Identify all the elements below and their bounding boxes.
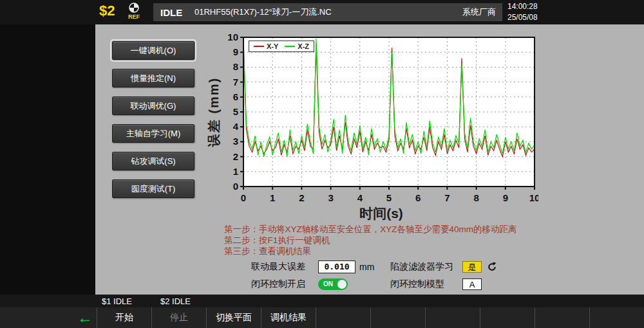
softkey-empty [370, 307, 425, 328]
chart-y-axis-label: 误差 (mm) [205, 77, 223, 147]
screen: $2 REF IDLE 01RHF55(R1X7)-12°球刀-一刀流.NC 系… [0, 0, 644, 328]
clock: 14:00:28 25/05/08 [507, 1, 538, 23]
svg-text:6: 6 [415, 192, 421, 203]
svg-text:7: 7 [444, 192, 450, 203]
softkey-4[interactable]: 调机结果 [261, 307, 316, 328]
svg-text:9: 9 [503, 192, 508, 203]
softkey-1[interactable]: 开始 [97, 307, 151, 328]
reference-indicator: REF [126, 2, 142, 20]
form-row-2: 闭环控制开启 ON 闭环控制模型 A [251, 277, 482, 291]
svg-text:10: 10 [227, 33, 238, 42]
legend-line-sample [254, 46, 264, 47]
notch-filter-select[interactable]: 是 [462, 261, 482, 273]
sidebar-item[interactable]: 圆度测试(T) [112, 179, 194, 198]
max-error-unit: mm [359, 262, 374, 272]
svg-text:8: 8 [473, 192, 478, 203]
softkey-bar: ← 开始停止切换平面调机结果 [0, 307, 644, 328]
reference-point-icon [126, 2, 142, 14]
closed-loop-switch-label: 闭环控制开启 [251, 278, 318, 290]
top-bar: $2 REF IDLE 01RHF55(R1X7)-12°球刀-一刀流.NC 系… [0, 0, 644, 24]
chart-legend: X-YX-Z [249, 41, 314, 52]
max-error-label: 联动最大误差 [251, 261, 318, 273]
svg-text:7: 7 [233, 77, 238, 87]
channel-status: $1 IDLE [102, 296, 132, 306]
legend-line-sample [285, 46, 295, 47]
softkey-3[interactable]: 切换平面 [206, 307, 261, 328]
loop-model-label: 闭环控制模型 [390, 278, 462, 290]
svg-text:10: 10 [529, 192, 538, 203]
svg-text:6: 6 [233, 91, 238, 102]
chart-svg: 012345678910012345678910 [224, 33, 538, 206]
sidebar-item[interactable]: 主轴自学习(M) [112, 124, 194, 143]
sidebar-item[interactable]: 钻攻调试(S) [112, 152, 194, 170]
softkey-empty [425, 307, 480, 328]
legend-item: X-Z [285, 42, 309, 50]
step-line: 第一步：手动将XYZ轴移动至安全位置，XYZ各轴至少需要40mm的移动距离 [224, 224, 517, 235]
max-error-input[interactable]: 0.010 [318, 260, 355, 273]
notch-filter-label: 陷波滤波器学习 [390, 261, 462, 273]
status-bar: $1 IDLE$2 IDLE [0, 295, 644, 307]
step-line: 第三步：查看调机结果 [224, 246, 517, 257]
svg-text:0: 0 [241, 192, 246, 203]
svg-text:2: 2 [299, 192, 304, 203]
legend-label: X-Z [298, 42, 309, 50]
cycle-refresh-icon[interactable] [487, 262, 497, 272]
ref-label: REF [126, 14, 142, 20]
legend-item: X-Y [254, 42, 278, 50]
chart-x-axis-label: 时间(s) [224, 205, 538, 223]
chart: 误差 (mm) 012345678910012345678910 X-YX-Z … [224, 33, 538, 223]
svg-text:5: 5 [233, 106, 238, 117]
svg-text:3: 3 [328, 192, 333, 203]
svg-text:5: 5 [386, 192, 392, 203]
svg-text:2: 2 [233, 151, 238, 162]
softkey-empty [589, 307, 644, 328]
svg-text:9: 9 [233, 46, 238, 57]
svg-text:4: 4 [357, 192, 363, 203]
channel-indicator: $2 [99, 3, 115, 19]
softkey-2: 停止 [151, 307, 206, 328]
channel-status: $2 IDLE [160, 296, 191, 306]
softkey-empty [535, 307, 589, 328]
loop-model-select[interactable]: A [462, 278, 482, 290]
svg-text:0: 0 [233, 181, 238, 192]
svg-text:3: 3 [233, 136, 238, 147]
svg-text:1: 1 [233, 166, 238, 177]
steps: 第一步：手动将XYZ轴移动至安全位置，XYZ各轴至少需要40mm的移动距离第二步… [224, 224, 517, 257]
svg-text:8: 8 [233, 61, 238, 72]
softkey-empty [316, 307, 370, 328]
vendor-label: 系统厂商 [462, 6, 496, 18]
softkey-arrow-zone: ← [0, 307, 97, 328]
sidebar-item[interactable]: 联动调优(G) [112, 96, 194, 115]
closed-loop-toggle[interactable]: ON [318, 278, 348, 290]
main-panel: 一键调机(O)惯量推定(N)联动调优(G)主轴自学习(M)钻攻调试(S)圆度测试… [95, 24, 644, 295]
step-line: 第二步：按F1执行一键调机 [224, 235, 517, 246]
sidebar: 一键调机(O)惯量推定(N)联动调优(G)主轴自学习(M)钻攻调试(S)圆度测试… [112, 41, 194, 207]
left-arrow-icon[interactable]: ← [77, 310, 93, 325]
legend-label: X-Y [267, 42, 278, 50]
sidebar-item[interactable]: 惯量推定(N) [112, 69, 194, 87]
form-row-1: 联动最大误差 0.010 mm 陷波滤波器学习 是 [251, 260, 497, 274]
date-value: 25/05/08 [507, 12, 538, 23]
toggle-knob [337, 280, 346, 289]
svg-text:4: 4 [233, 121, 239, 132]
program-name: 01RHF55(R1X7)-12°球刀-一刀流.NC [194, 6, 332, 18]
sidebar-item[interactable]: 一键调机(O) [112, 41, 194, 60]
time-value: 14:00:28 [507, 1, 538, 12]
program-title-bar: 01RHF55(R1X7)-12°球刀-一刀流.NC 系统厂商 [188, 3, 502, 21]
svg-text:1: 1 [270, 192, 275, 203]
status-channels: $1 IDLE$2 IDLE [0, 296, 191, 306]
softkey-empty [480, 307, 535, 328]
machine-mode: IDLE [153, 3, 189, 21]
toggle-on-label: ON [323, 280, 333, 287]
